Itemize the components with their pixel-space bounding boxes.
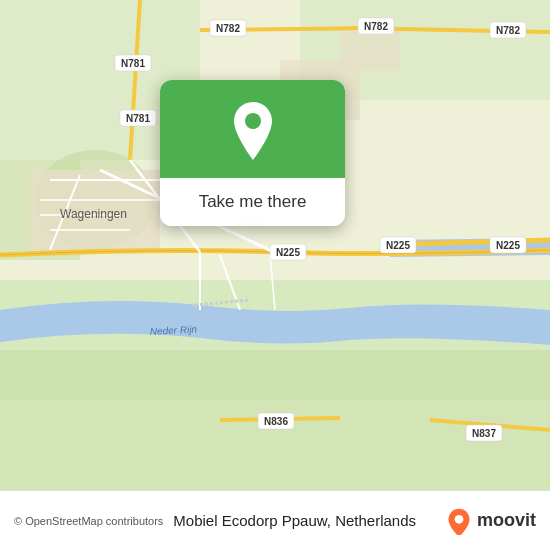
map-container[interactable]: Neder Rijn — [0, 0, 550, 490]
svg-text:N782: N782 — [364, 21, 388, 32]
location-name-text: Mobiel Ecodorp Ppauw — [173, 512, 326, 529]
location-country-text: Netherlands — [335, 512, 416, 529]
moovit-icon — [445, 507, 473, 535]
svg-text:N782: N782 — [496, 25, 520, 36]
svg-text:N225: N225 — [496, 240, 520, 251]
svg-text:N781: N781 — [121, 58, 145, 69]
attribution-text: © OpenStreetMap contributors — [14, 515, 163, 527]
svg-text:N836: N836 — [264, 416, 288, 427]
bottom-bar: © OpenStreetMap contributors Mobiel Ecod… — [0, 490, 550, 550]
svg-text:N782: N782 — [216, 23, 240, 34]
map-background: Neder Rijn — [0, 0, 550, 490]
svg-text:N837: N837 — [472, 428, 496, 439]
svg-text:N781: N781 — [126, 113, 150, 124]
svg-point-32 — [245, 113, 261, 129]
svg-point-33 — [455, 514, 464, 523]
moovit-brand-text: moovit — [477, 510, 536, 531]
popup-icon-area — [160, 80, 345, 178]
location-name: Mobiel Ecodorp Ppauw, Netherlands — [173, 512, 445, 529]
svg-text:N225: N225 — [276, 247, 300, 258]
popup-card: Take me there — [160, 80, 345, 226]
svg-text:N225: N225 — [386, 240, 410, 251]
svg-text:Wageningen: Wageningen — [60, 207, 127, 221]
svg-rect-10 — [340, 30, 400, 70]
moovit-logo: moovit — [445, 507, 536, 535]
location-pin-icon — [229, 102, 277, 160]
take-me-there-button[interactable]: Take me there — [160, 178, 345, 226]
